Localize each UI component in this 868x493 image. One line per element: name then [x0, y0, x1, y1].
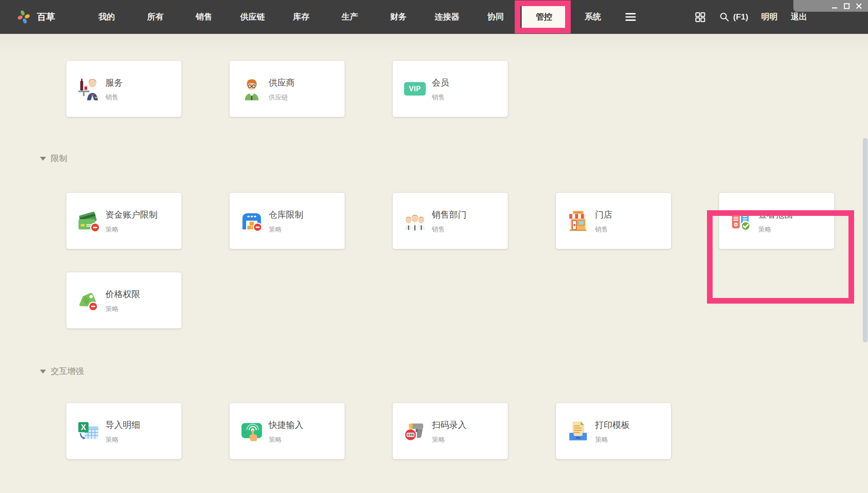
- card-title: 价格权限: [105, 288, 140, 300]
- search-icon: [719, 12, 730, 22]
- window-controls: [793, 0, 868, 12]
- hamburger-menu-icon[interactable]: [621, 0, 641, 34]
- excel-import-icon: X: [77, 420, 100, 443]
- card-title: 资金账户限制: [105, 208, 158, 220]
- user-name[interactable]: 明明: [761, 11, 778, 23]
- section-header-interaction-enhancement: 交互增强: [40, 366, 84, 377]
- svg-text:X: X: [81, 423, 86, 432]
- card-subtitle: 策略: [595, 435, 630, 443]
- card-service[interactable]: 服务 销售: [66, 61, 181, 117]
- card-print-template[interactable]: 打印模板 策略: [556, 403, 671, 459]
- card-title: 供应商: [269, 76, 295, 88]
- vip-chip: VIP: [404, 82, 426, 96]
- nav-tab-my[interactable]: 我的: [82, 0, 131, 34]
- apps-grid-icon[interactable]: [694, 11, 706, 23]
- card-title: 打印模板: [595, 419, 630, 430]
- nav-tab-connector[interactable]: 连接器: [423, 0, 471, 34]
- nav-tab-collaboration[interactable]: 协同: [471, 0, 520, 34]
- card-quick-input[interactable]: 快捷输入 策略: [230, 403, 345, 459]
- nav-tab-supply-chain[interactable]: 供应链: [228, 0, 277, 34]
- tile-row-2: 资金账户限制 策略 仓库限制 策略: [66, 193, 834, 249]
- app-logo-icon: [16, 10, 31, 24]
- card-import-detail[interactable]: X 导入明细 策略: [66, 403, 181, 459]
- card-store[interactable]: 门店 销售: [556, 193, 671, 249]
- card-subtitle: 销售: [595, 225, 612, 233]
- brand: 百草: [16, 0, 55, 34]
- card-warehouse-restriction[interactable]: 仓库限制 策略: [230, 193, 345, 249]
- price-permission-icon: [77, 289, 100, 312]
- main-menu: 我的 所有 销售 供应链 库存 生产 财务 连接器 协同 管控 系统: [82, 0, 617, 34]
- card-title: 门店: [595, 208, 612, 220]
- nav-tab-all[interactable]: 所有: [131, 0, 180, 34]
- collapse-triangle-icon[interactable]: [40, 157, 46, 161]
- vertical-scrollbar-thumb[interactable]: [863, 138, 868, 342]
- tile-row-4: X 导入明细 策略: [66, 403, 671, 459]
- supplier-icon: [240, 77, 263, 101]
- card-subtitle: 策略: [758, 225, 793, 233]
- store-icon: [566, 209, 590, 233]
- barcode-scanner-icon: [403, 420, 427, 443]
- card-title: 查看范围: [758, 208, 793, 220]
- card-member[interactable]: VIP 会员 销售: [393, 61, 508, 117]
- card-subtitle: 策略: [432, 435, 467, 443]
- search-shortcut-hint: (F1): [733, 12, 748, 22]
- card-sales-department[interactable]: 销售部门 销售: [393, 193, 508, 249]
- print-template-icon: [566, 420, 590, 443]
- top-navbar: 百草 我的 所有 销售 供应链 库存 生产 财务 连接器 协同 管控 系统: [0, 0, 868, 34]
- card-subtitle: 策略: [105, 435, 140, 443]
- minimize-button[interactable]: [831, 3, 838, 9]
- vip-badge-icon: VIP: [403, 77, 427, 101]
- waiter-icon: [77, 77, 100, 101]
- card-title: 会员: [432, 76, 449, 88]
- logout-button[interactable]: 退出: [791, 11, 807, 23]
- card-title: 销售部门: [432, 208, 467, 220]
- card-barcode-entry[interactable]: 扫码录入 策略: [393, 403, 508, 459]
- collapse-triangle-icon[interactable]: [40, 370, 46, 374]
- card-subtitle: 销售: [105, 93, 123, 101]
- card-subtitle: 销售: [432, 225, 467, 233]
- section-title: 限制: [51, 153, 67, 164]
- card-subtitle: 销售: [432, 93, 449, 101]
- card-subtitle: 策略: [269, 225, 303, 233]
- section-header-restrictions: 限制: [40, 153, 67, 164]
- view-scope-icon: [730, 209, 753, 233]
- tile-row-3: 价格权限 策略: [66, 272, 181, 328]
- brand-name: 百草: [37, 11, 55, 23]
- card-title: 快捷输入: [269, 419, 303, 430]
- nav-tab-finance[interactable]: 财务: [374, 0, 423, 34]
- card-subtitle: 供应链: [269, 93, 295, 101]
- close-button[interactable]: [855, 3, 862, 9]
- search-control[interactable]: (F1): [719, 12, 748, 22]
- card-title: 服务: [105, 76, 123, 88]
- warehouse-restriction-icon: [240, 209, 263, 233]
- card-view-scope[interactable]: 查看范围 策略: [719, 193, 834, 249]
- card-subtitle: 策略: [105, 304, 140, 313]
- section-title: 交互增强: [51, 366, 84, 377]
- card-price-permission[interactable]: 价格权限 策略: [66, 272, 181, 328]
- sales-department-icon: [403, 209, 427, 233]
- maximize-button[interactable]: [843, 3, 850, 9]
- card-supplier[interactable]: 供应商 供应链: [230, 61, 345, 117]
- card-subtitle: 策略: [105, 225, 158, 233]
- tile-row-1: 服务 销售 供应商 供应链: [66, 61, 508, 117]
- card-subtitle: 策略: [269, 435, 303, 443]
- nav-tab-guankong[interactable]: 管控: [522, 6, 566, 28]
- card-funds-account-restriction[interactable]: 资金账户限制 策略: [66, 193, 181, 249]
- nav-tab-inventory[interactable]: 库存: [277, 0, 326, 34]
- card-title: 扫码录入: [432, 419, 467, 430]
- funds-restriction-icon: [77, 209, 100, 233]
- quick-input-icon: [240, 420, 263, 443]
- nav-tab-production[interactable]: 生产: [326, 0, 374, 34]
- card-title: 仓库限制: [269, 208, 303, 220]
- nav-tab-system[interactable]: 系统: [569, 0, 617, 34]
- navbar-right-cluster: (F1) 明明 退出: [694, 0, 807, 34]
- launcher-content: 服务 销售 供应商 供应链: [0, 34, 868, 493]
- card-title: 导入明细: [105, 419, 140, 430]
- nav-tab-sales[interactable]: 销售: [180, 0, 228, 34]
